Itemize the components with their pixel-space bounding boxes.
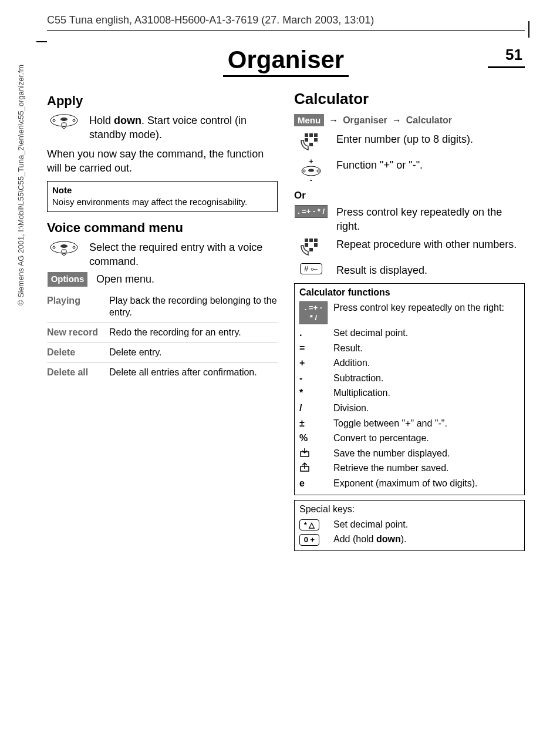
svg-rect-14 <box>314 138 318 142</box>
svg-rect-11 <box>309 133 313 137</box>
menu-key-new-record: New record <box>47 327 103 339</box>
svg-text:+: + <box>309 158 313 166</box>
svg-rect-9 <box>62 250 66 253</box>
menu-key-delete-all: Delete all <box>47 367 103 379</box>
calc-func-intro: Press control key repeatedly on the righ… <box>333 301 519 324</box>
svg-rect-12 <box>314 133 318 137</box>
options-softkey-label: Options <box>48 272 88 286</box>
svg-rect-15 <box>309 143 313 146</box>
svg-point-18 <box>303 170 305 172</box>
svg-point-7 <box>73 246 75 249</box>
svg-point-20 <box>308 169 314 172</box>
apply-step-text: Hold down. Start voice control (in stand… <box>89 113 278 142</box>
vcm-select-text: Select the required entry with a voice c… <box>89 240 278 269</box>
or-label: Or <box>294 190 525 202</box>
func-sym-equals: = <box>299 342 328 355</box>
retrieve-icon <box>299 462 310 472</box>
enter-number-text: Enter number (up to 8 digits). <box>336 132 525 155</box>
svg-point-2 <box>73 119 75 122</box>
svg-rect-10 <box>305 133 308 137</box>
func-desc-plusminus: Toggle between "+" and "-". <box>333 417 519 430</box>
page-number: 51 <box>488 46 525 68</box>
calculator-functions-title: Calculator functions <box>299 287 519 298</box>
svg-rect-24 <box>314 239 318 242</box>
calculator-functions-box: Calculator functions . =+ - * / Press co… <box>294 283 525 495</box>
menu-key-playing: Playing <box>47 295 103 320</box>
svg-rect-25 <box>305 243 308 247</box>
keypad-icon <box>300 132 322 155</box>
save-icon <box>299 447 310 458</box>
control-key-badge: . =+ - * / <box>295 205 328 218</box>
menu-key-delete: Delete <box>47 347 103 359</box>
func-sym-dot: . <box>299 327 328 340</box>
svg-point-8 <box>60 244 68 248</box>
menu-path-breadcrumb: Menu → Organiser → Calculator <box>294 114 525 126</box>
plus-minus-rocker-icon: + - <box>299 158 323 184</box>
star-key-icon: * △ <box>299 519 319 531</box>
func-desc-minus: Subtraction. <box>333 372 519 385</box>
mic-button-icon <box>49 240 79 258</box>
svg-point-19 <box>317 170 319 172</box>
func-desc-dot: Set decimal point. <box>333 327 519 340</box>
func-desc-divide: Division. <box>333 402 519 415</box>
menu-val-delete-all: Delete all entries after confirmation. <box>109 367 278 379</box>
options-open-menu-text: Open menu. <box>96 272 278 286</box>
voice-command-menu-table: Playing Play back the recording belongin… <box>47 291 278 382</box>
menu-val-delete: Delete entry. <box>109 347 278 359</box>
note-title: Note <box>52 185 272 195</box>
func-sym-percent: % <box>299 432 328 445</box>
svg-rect-13 <box>305 138 308 142</box>
breadcrumb-calculator: Calculator <box>406 115 452 126</box>
arrow-icon: → <box>392 115 402 126</box>
mic-button-icon <box>49 113 79 131</box>
menu-val-new-record: Redo the recording for an entry. <box>109 327 278 339</box>
menu-softkey-badge: Menu <box>294 114 324 126</box>
apply-paragraph: When you now say the command, the functi… <box>47 147 278 176</box>
hash-key-icon: # ⟜ <box>300 263 322 275</box>
special-add-desc: Add (hold down). <box>333 533 519 546</box>
svg-point-1 <box>53 119 55 122</box>
func-desc-equals: Result. <box>333 342 519 355</box>
copyright-side-text: © Siemens AG 2001, I:\Mobil\L55\C55_Tuna… <box>16 65 25 305</box>
func-sym-plus: + <box>299 357 328 370</box>
apply-heading: Apply <box>47 93 278 109</box>
special-keys-title: Special keys: <box>299 504 519 515</box>
svg-rect-27 <box>309 248 313 251</box>
func-desc-multiply: Multiplication. <box>333 387 519 399</box>
svg-point-6 <box>53 246 55 249</box>
func-desc-percent: Convert to percentage. <box>333 432 519 445</box>
func-desc-exponent: Exponent (maximum of two digits). <box>333 477 519 490</box>
svg-rect-22 <box>305 239 308 242</box>
calculator-heading: Calculator <box>294 90 525 108</box>
func-desc-plus: Addition. <box>333 357 519 370</box>
svg-text:-: - <box>310 176 312 184</box>
voice-command-menu-heading: Voice command menu <box>47 220 278 236</box>
func-desc-retrieve: Retrieve the number saved. <box>333 462 519 475</box>
svg-rect-23 <box>309 239 313 242</box>
repeat-procedure-text: Repeat procedure with other numbers. <box>336 237 525 260</box>
func-sym-plusminus: ± <box>299 417 328 430</box>
svg-rect-4 <box>62 123 66 126</box>
crop-mark-top <box>36 41 47 42</box>
control-key-badge: . =+ - * / <box>299 301 328 324</box>
zero-plus-key-icon: 0 + <box>299 534 319 546</box>
func-sym-minus: - <box>299 372 328 385</box>
right-column: Calculator Menu → Organiser → Calculator <box>294 90 525 551</box>
func-sym-multiply: * <box>299 387 328 399</box>
function-plus-minus-text: Function "+" or "-". <box>336 158 525 184</box>
press-control-key-text: Press control key repeatedly on the righ… <box>336 205 525 234</box>
keypad-icon <box>300 237 322 260</box>
func-desc-save: Save the number displayed. <box>333 447 519 460</box>
document-header-meta: C55 Tuna english, A31008-H5600-A1-3-7619… <box>47 14 525 31</box>
breadcrumb-organiser: Organiser <box>343 115 387 126</box>
menu-val-playing: Play back the recording belonging to the… <box>109 295 278 320</box>
page-title: Organiser <box>223 46 349 77</box>
note-box: Note Noisy environments may affect the r… <box>47 181 278 212</box>
special-decimal-desc: Set decimal point. <box>333 518 519 531</box>
arrow-icon: → <box>329 115 338 126</box>
left-column: Apply Hold down. Start voice control (in… <box>47 90 278 551</box>
crop-mark-right <box>528 21 529 38</box>
svg-point-3 <box>60 117 68 121</box>
note-body: Noisy environments may affect the recogn… <box>52 196 272 208</box>
result-displayed-text: Result is displayed. <box>336 263 525 277</box>
